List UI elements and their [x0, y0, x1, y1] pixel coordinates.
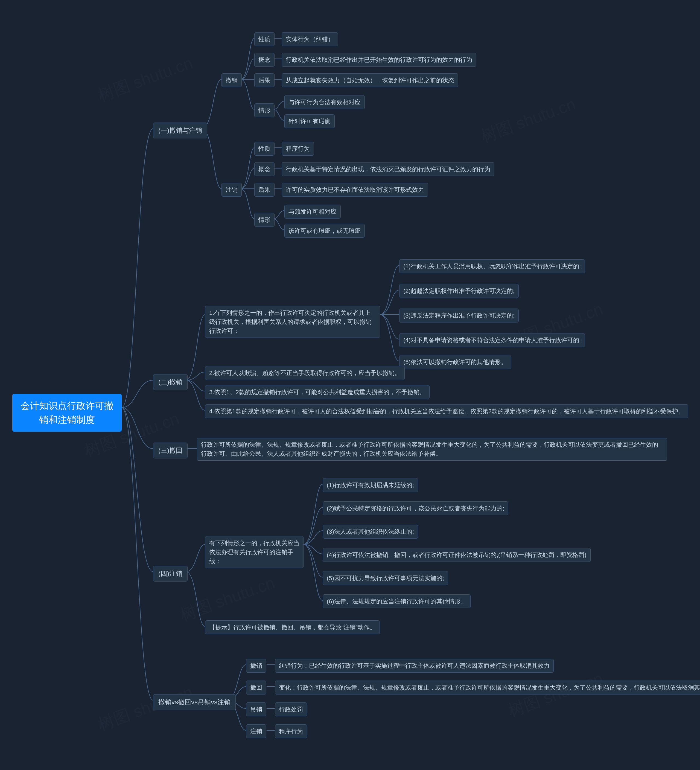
watermark: 树图 shutu.cn [177, 572, 278, 626]
s1-zhuxiao-label[interactable]: 注销 [221, 183, 242, 197]
s1-zhuxiao-qingxing-label: 情形 [254, 213, 275, 227]
s1-chexiao-houguo-label: 后果 [254, 73, 275, 87]
s5-diaoxiao-label: 吊销 [246, 702, 266, 717]
s1-chexiao-qingxing-0: 与许可行为合法有效相对应 [285, 95, 365, 109]
s5-chehui-label: 撤回 [246, 681, 266, 694]
s5-chehui-value: 变化：行政许可所依据的法律、法规、规章修改或者废止，或者准予行政许可所依据的客观… [275, 681, 700, 694]
s2-p1-item-1: (2)超越法定职权作出准予行政许可决定的; [399, 284, 519, 298]
s1-chexiao-xingzhi-value: 实体行为（纠错） [281, 32, 338, 46]
s2-p4: 4.依照第1款的规定撤销行政许可，被许可人的合法权益受到损害的，行政机关应当依法… [205, 404, 688, 418]
s1-zhuxiao-xingzhi-value: 程序行为 [281, 142, 314, 155]
s4-item-3: (4)行政许可依法被撤销、撤回，或者行政许可证件依法被吊销的;(吊销系一种行政处… [323, 548, 591, 562]
root-node[interactable]: 会计知识点行政许可撤销和注销制度 [12, 394, 122, 432]
s1-chexiao-qingxing-label: 情形 [254, 104, 275, 117]
s5-chexiao-value: 纠错行为：已经生效的行政许可基于实施过程中行政主体或被许可人违法因素而被行政主体… [275, 659, 554, 673]
s1-chexiao-qingxing-1: 针对许可有瑕疵 [285, 114, 335, 128]
s1-zhuxiao-gainian-value: 行政机关基于特定情况的出现，依法消灭已颁发的行政许可证件之效力的行为 [281, 162, 495, 176]
s1-zhuxiao-houguo-label: 后果 [254, 183, 275, 197]
s1-chexiao-xingzhi-label: 性质 [254, 32, 275, 46]
watermark: 树图 shutu.cn [505, 667, 606, 722]
s1-zhuxiao-xingzhi-label: 性质 [254, 142, 275, 155]
watermark: 树图 shutu.cn [478, 93, 579, 148]
s5-zhuxiao-value: 程序行为 [275, 724, 307, 738]
s1-zhuxiao-qingxing-1: 该许可或有瑕疵，或无瑕疵 [285, 224, 365, 238]
s5-chexiao-label: 撤销 [246, 659, 266, 673]
s1-zhuxiao-qingxing-0: 与颁发许可相对应 [285, 205, 341, 218]
s4-tip: 【提示】行政许可被撤销、撤回、吊销，都会导致“注销”动作。 [205, 620, 380, 634]
s4-item-5: (6)法律、法规规定的应当注销行政许可的其他情形。 [323, 594, 470, 608]
s3-text: 行政许可所依据的法律、法规、规章修改或者废止，或者准予行政许可所依据的客观情况发… [197, 438, 667, 461]
s2-p1-item-0: (1)行政机关工作人员滥用职权、玩忽职守作出准予行政许可决定的; [399, 259, 585, 273]
s1-zhuxiao-houguo-value: 许可的实质效力已不存在而依法取消该许可形式效力 [281, 183, 428, 197]
s1-zhuxiao-gainian-label: 概念 [254, 162, 275, 176]
s1-chexiao-houguo-value: 从成立起就丧失效力（自始无效），恢复到许可作出之前的状态 [281, 73, 458, 87]
section-2-title[interactable]: (二)撤销 [153, 374, 188, 390]
s5-diaoxiao-value: 行政处罚 [275, 702, 307, 717]
s2-p1-item-2: (3)违反法定程序作出准予行政许可决定的; [399, 309, 519, 322]
s4-item-1: (2)赋予公民特定资格的行政许可，该公民死亡或者丧失行为能力的; [323, 501, 508, 515]
s4-item-0: (1)行政许可有效期届满未延续的; [323, 478, 418, 492]
s1-chexiao-label[interactable]: 撤销 [221, 73, 242, 87]
s1-chexiao-gainian-value: 行政机关依法取消已经作出并已开始生效的行政许可行为的效力的行为 [281, 53, 476, 67]
section-1-title[interactable]: (一)撤销与注销 [153, 123, 207, 138]
s2-p1: 1.有下列情形之一的，作出行政许可决定的行政机关或者其上级行政机关，根据利害关系… [205, 306, 380, 338]
s5-zhuxiao-label: 注销 [246, 724, 266, 738]
s2-p1-item-3: (4)对不具备申请资格或者不符合法定条件的申请人准予行政许可的; [399, 333, 585, 347]
section-4-title[interactable]: (四)注销 [153, 566, 188, 582]
s2-p3: 3.依照1、2款的规定撤销行政许可，可能对公共利益造成重大损害的，不予撤销。 [205, 385, 430, 399]
watermark: 树图 shutu.cn [95, 52, 196, 107]
section-3-title[interactable]: (三)撤回 [153, 443, 188, 458]
s4-lead: 有下列情形之一的，行政机关应当依法办理有关行政许可的注销手续： [205, 536, 304, 568]
s1-chexiao-gainian-label: 概念 [254, 53, 275, 67]
s4-item-2: (3)法人或者其他组织依法终止的; [323, 525, 418, 539]
s2-p1-item-4: (5)依法可以撤销行政许可的其他情形。 [399, 355, 511, 369]
section-5-title[interactable]: 撤销vs撤回vs吊销vs注销 [153, 694, 236, 710]
s4-item-4: (5)因不可抗力导致行政许可事项无法实施的; [323, 571, 448, 585]
s2-p2: 2.被许可人以欺骗、贿赂等不正当手段取得行政许可的，应当予以撤销。 [205, 366, 405, 380]
